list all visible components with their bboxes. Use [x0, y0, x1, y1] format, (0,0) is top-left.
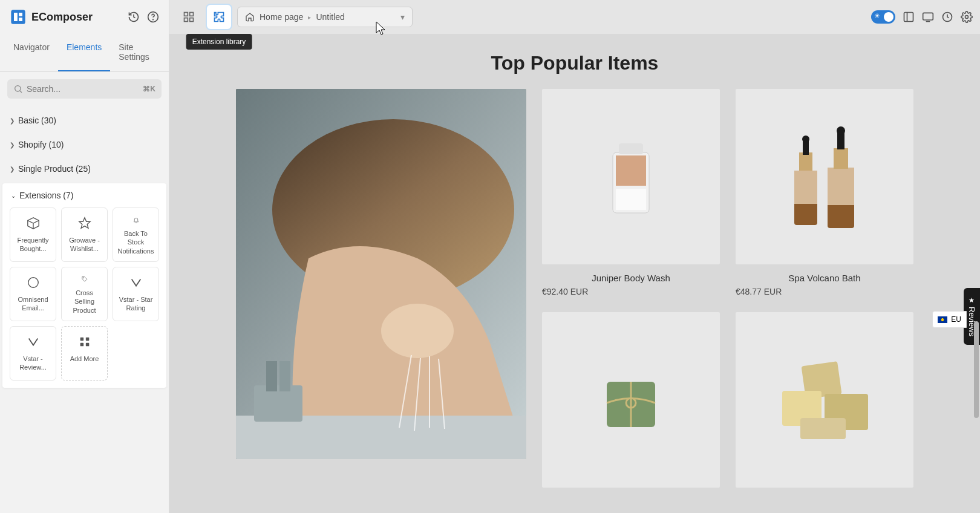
ext-omnisend[interactable]: Omnisend Email...	[10, 267, 56, 321]
chevron-right-icon: ❯	[10, 166, 15, 172]
desktop-icon[interactable]	[922, 11, 934, 23]
svg-rect-28	[236, 416, 526, 459]
svg-rect-46	[828, 168, 854, 205]
grid-plus-icon	[78, 335, 91, 348]
v-icon	[27, 335, 40, 348]
history-icon[interactable]	[128, 11, 140, 23]
chevron-right-icon: ▸	[308, 14, 311, 21]
svg-point-10	[82, 278, 83, 278]
v-icon	[129, 276, 143, 289]
svg-rect-12	[85, 338, 89, 341]
breadcrumb-root: Home page	[260, 12, 303, 22]
product-card[interactable]: Spa Volcano Bath €48.77 EUR	[736, 89, 913, 296]
tab-elements[interactable]: Elements	[58, 34, 110, 71]
svg-rect-15	[185, 13, 188, 16]
svg-point-6	[15, 86, 21, 91]
page-title: Top Popular Items	[169, 34, 980, 89]
svg-rect-42	[799, 152, 812, 171]
extension-library-button[interactable]: Extension library	[207, 5, 231, 29]
product-grid: Juniper Body Wash €92.40 EUR Spa Volcano…	[542, 89, 913, 488]
main-area: Extension library Home page ▸ Untitled ▾…	[169, 0, 980, 513]
chevron-down-icon: ⌄	[11, 192, 16, 199]
ext-cross-selling[interactable]: Cross Selling Product	[61, 267, 108, 321]
chevron-right-icon: ❯	[10, 142, 15, 148]
ext-frequently-bought[interactable]: Frequently Bought...	[10, 207, 56, 262]
grid-icon	[183, 11, 195, 23]
tag-icon	[78, 276, 91, 283]
svg-rect-13	[80, 343, 83, 347]
svg-marker-8	[79, 218, 90, 228]
category-list: ❯Basic (30) ❯Shopify (10) ❯Single Produc…	[0, 106, 169, 183]
svg-rect-14	[85, 343, 89, 347]
settings-icon[interactable]	[961, 11, 973, 23]
scrollbar[interactable]	[974, 34, 979, 513]
chevron-down-icon: ▾	[400, 12, 405, 22]
product-price: €48.77 EUR	[736, 287, 913, 296]
svg-point-27	[381, 304, 454, 358]
breadcrumb[interactable]: Home page ▸ Untitled ▾	[237, 7, 413, 27]
currency-selector[interactable]: EU	[932, 311, 967, 328]
svg-point-49	[837, 126, 845, 135]
product-name: Juniper Body Wash	[542, 273, 720, 283]
tooltip: Extension library	[186, 34, 252, 50]
category-shopify[interactable]: ❯Shopify (10)	[0, 132, 169, 157]
chevron-right-icon: ❯	[10, 117, 15, 124]
svg-point-44	[802, 136, 809, 143]
svg-rect-55	[800, 418, 846, 439]
home-icon	[245, 12, 255, 22]
extensions-panel: ⌄Extensions (7) Frequently Bought... Gro…	[2, 183, 166, 388]
category-single-product[interactable]: ❯Single Product (25)	[0, 157, 169, 181]
app-logo: EComposer	[10, 8, 93, 25]
svg-rect-0	[11, 10, 25, 24]
svg-rect-29	[254, 385, 302, 422]
hero-image	[236, 89, 526, 459]
tab-navigator[interactable]: Navigator	[5, 34, 58, 71]
product-card[interactable]	[736, 312, 913, 488]
breadcrumb-page: Untitled	[316, 12, 344, 22]
svg-rect-16	[190, 13, 194, 16]
category-basic[interactable]: ❯Basic (30)	[0, 108, 169, 132]
layout-icon[interactable]	[903, 11, 915, 23]
ext-back-to-stock[interactable]: Back To Stock Notifications	[113, 207, 159, 262]
tab-site-settings[interactable]: Site Settings	[110, 34, 164, 71]
star-icon	[78, 217, 91, 230]
ext-vstar-review[interactable]: Vstar - Review...	[10, 326, 56, 381]
search-field[interactable]	[27, 84, 139, 94]
product-image	[542, 312, 720, 488]
product-image	[542, 89, 720, 264]
svg-rect-1	[14, 13, 18, 21]
svg-point-9	[28, 278, 38, 288]
ext-vstar-rating[interactable]: Vstar - Star Rating	[113, 267, 159, 321]
svg-rect-18	[190, 18, 194, 22]
sidebar-header: EComposer	[0, 0, 169, 34]
product-price: €92.40 EUR	[542, 287, 720, 296]
ext-add-more[interactable]: Add More	[61, 326, 108, 381]
canvas[interactable]: Top Popular Items	[169, 34, 980, 513]
eu-flag-icon	[938, 316, 947, 323]
svg-rect-37	[616, 155, 646, 186]
svg-rect-39	[619, 143, 643, 154]
product-image	[736, 312, 913, 488]
product-card[interactable]: Juniper Body Wash €92.40 EUR	[542, 89, 720, 296]
svg-point-5	[153, 19, 154, 20]
svg-rect-17	[185, 18, 188, 22]
svg-rect-21	[923, 13, 933, 20]
logo-icon	[10, 8, 27, 25]
circle-icon	[27, 276, 40, 289]
help-icon[interactable]	[147, 11, 159, 23]
svg-line-7	[20, 91, 22, 93]
product-card[interactable]	[542, 312, 720, 488]
extensions-header[interactable]: ⌄Extensions (7)	[2, 183, 166, 207]
sidebar: EComposer Navigator Elements Site Settin…	[0, 0, 169, 513]
app-name: EComposer	[31, 11, 93, 24]
search-input[interactable]: ⌘K	[7, 79, 162, 99]
ext-growave[interactable]: Growave - Wishlist...	[61, 207, 108, 262]
theme-toggle[interactable]: ☀	[871, 10, 895, 24]
svg-rect-47	[834, 148, 848, 169]
svg-rect-11	[80, 338, 83, 341]
svg-rect-2	[19, 13, 22, 16]
cube-icon	[27, 217, 40, 230]
clock-icon[interactable]	[941, 11, 953, 23]
product-image	[736, 89, 913, 264]
grid-view-button[interactable]	[177, 5, 201, 29]
